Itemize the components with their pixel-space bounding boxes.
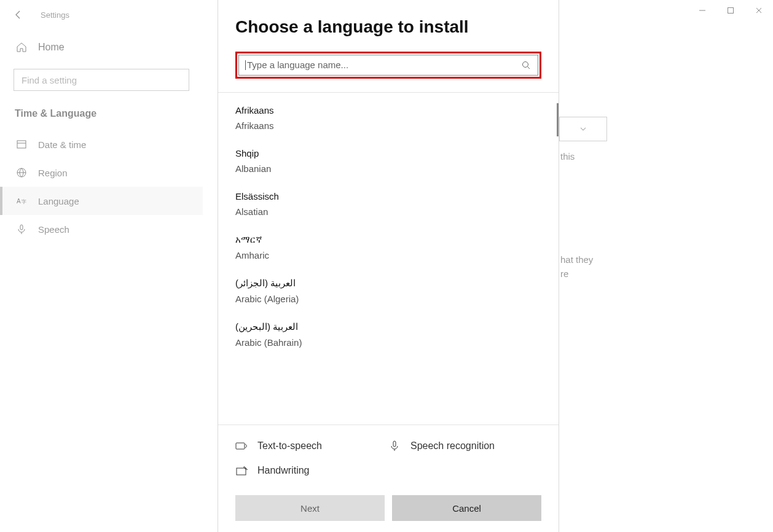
language-search-placeholder: Type a language name...: [245, 60, 522, 70]
sidebar-item-label: Date & time: [38, 139, 86, 150]
feature-label: Handwriting: [257, 465, 309, 476]
text-to-speech-icon: [235, 440, 257, 452]
language-local-name: Afrikaans: [235, 120, 541, 131]
svg-rect-12: [237, 468, 246, 475]
language-local-name: Arabic (Bahrain): [235, 337, 541, 348]
feature-label: Text-to-speech: [257, 440, 322, 452]
language-native-name: አማርኛ: [235, 234, 541, 245]
language-item[interactable]: Afrikaans Afrikaans: [235, 99, 541, 142]
background-dropdown[interactable]: [559, 117, 607, 141]
svg-rect-7: [20, 225, 23, 230]
background-text-fragment: hat they re: [560, 253, 593, 281]
handwriting-icon: [235, 464, 257, 477]
sidebar-item-label: Language: [38, 196, 79, 206]
sidebar-home[interactable]: Home: [0, 37, 203, 58]
search-icon: [522, 61, 532, 69]
close-button[interactable]: [745, 0, 773, 21]
language-list: Afrikaans Afrikaans Shqip Albanian Elsäs…: [218, 93, 559, 424]
window-title: Settings: [41, 10, 69, 20]
next-button[interactable]: Next: [235, 495, 385, 521]
svg-text:A: A: [17, 198, 21, 205]
maximize-button[interactable]: [716, 0, 745, 21]
svg-text:字: 字: [22, 199, 26, 205]
sidebar-home-label: Home: [38, 42, 65, 53]
sidebar-item-speech[interactable]: Speech: [0, 215, 203, 243]
sidebar-item-label: Region: [38, 168, 68, 178]
sidebar-section-title: Time & Language: [0, 104, 203, 130]
language-icon: A字: [15, 195, 28, 206]
language-item[interactable]: አማርኛ Amharic: [235, 228, 541, 272]
language-native-name: العربية (الجزائر): [235, 278, 541, 289]
language-native-name: Afrikaans: [235, 105, 541, 115]
sidebar-search-input[interactable]: Find a setting: [14, 69, 189, 91]
cancel-button-label: Cancel: [452, 503, 481, 514]
svg-line-9: [528, 67, 530, 69]
microphone-icon: [388, 440, 410, 452]
chevron-down-icon: [579, 125, 587, 133]
minimize-button[interactable]: [688, 0, 716, 21]
microphone-icon: [15, 224, 28, 235]
language-native-name: Elsässisch: [235, 191, 541, 201]
svg-point-8: [523, 62, 528, 68]
sidebar-item-language[interactable]: A字 Language: [0, 187, 203, 215]
language-item[interactable]: العربية (البحرين) Arabic (Bahrain): [235, 315, 541, 359]
cancel-button[interactable]: Cancel: [392, 495, 541, 521]
language-local-name: Amharic: [235, 250, 541, 260]
svg-rect-1: [728, 8, 734, 14]
svg-rect-11: [393, 441, 396, 447]
language-native-name: العربية (البحرين): [235, 321, 541, 332]
sidebar-item-date-time[interactable]: Date & time: [0, 130, 203, 158]
feature-text-to-speech: Text-to-speech: [235, 434, 388, 458]
feature-speech-recognition: Speech recognition: [388, 434, 541, 458]
language-item[interactable]: العربية (الجزائر) Arabic (Algeria): [235, 272, 541, 315]
globe-icon: [15, 167, 28, 178]
language-local-name: Arabic (Algeria): [235, 294, 541, 304]
background-text-fragment: this: [560, 151, 575, 162]
language-item[interactable]: Elsässisch Alsatian: [235, 185, 541, 228]
dialog-footer: Text-to-speech Speech recognition Handwr…: [218, 424, 559, 532]
svg-rect-2: [17, 141, 26, 148]
sidebar-search-placeholder: Find a setting: [22, 75, 77, 85]
sidebar-item-label: Speech: [38, 224, 69, 235]
feature-handwriting: Handwriting: [235, 458, 388, 483]
feature-label: Speech recognition: [410, 440, 495, 452]
next-button-label: Next: [300, 503, 320, 514]
search-highlight-box: Type a language name...: [235, 52, 541, 79]
sidebar-item-region[interactable]: Region: [0, 158, 203, 187]
language-item[interactable]: Shqip Albanian: [235, 142, 541, 185]
svg-rect-10: [236, 443, 245, 449]
language-local-name: Alsatian: [235, 206, 541, 217]
window-controls: [688, 0, 773, 21]
language-native-name: Shqip: [235, 148, 541, 158]
scrollbar-thumb[interactable]: [557, 103, 559, 136]
back-button[interactable]: [11, 10, 26, 20]
calendar-clock-icon: [15, 139, 28, 150]
language-search-input[interactable]: Type a language name...: [238, 55, 538, 76]
choose-language-dialog: Choose a language to install Type a lang…: [218, 0, 559, 532]
settings-sidebar: Home Find a setting Time & Language Date…: [0, 37, 203, 243]
language-local-name: Albanian: [235, 163, 541, 174]
home-icon: [15, 42, 28, 53]
dialog-title: Choose a language to install: [218, 0, 559, 48]
